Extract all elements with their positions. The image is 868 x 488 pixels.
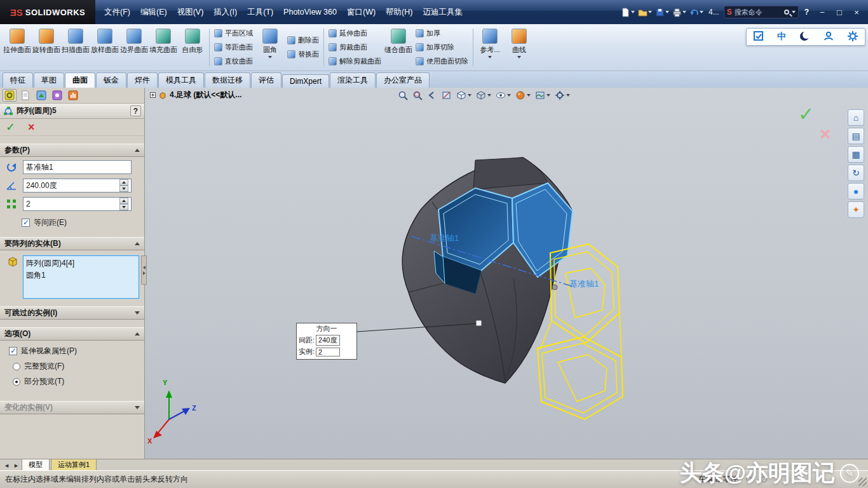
curves-button[interactable]: 曲线 — [505, 26, 534, 69]
design-library-icon[interactable]: ▤ — [848, 128, 864, 144]
knit-surface-button[interactable]: 缝合曲面 — [384, 26, 413, 69]
confirm-accept-button[interactable]: ✓ — [798, 103, 814, 125]
menu-maidi-tools[interactable]: 迈迪工具集 — [417, 4, 468, 20]
reference-geometry-button[interactable]: 参考... — [475, 26, 505, 69]
person-icon[interactable] — [823, 30, 834, 44]
thicken-button[interactable]: 加厚 — [416, 27, 468, 40]
equal-spacing-checkbox[interactable] — [22, 219, 30, 227]
view-orientation-button[interactable] — [456, 90, 471, 100]
open-document-button[interactable] — [637, 5, 653, 19]
feature-tree-overlay[interactable]: 4.足球 (默认<<默认... — [150, 90, 241, 100]
view-settings-button[interactable] — [555, 90, 570, 100]
panel-splitter[interactable] — [141, 255, 147, 285]
graphics-area[interactable]: 4.足球 (默认<<默认... ✓ × ⌂ ▤ ▦ ↻ ● ✦ 基准轴1 基准轴… — [145, 88, 868, 459]
tab-office-products[interactable]: 办公室产品 — [376, 72, 430, 88]
tab-scroll-left-icon[interactable]: ◂ — [3, 460, 11, 470]
search-dropdown-icon[interactable] — [792, 11, 796, 13]
pm-tab-icon-2[interactable] — [18, 89, 32, 102]
search-icon[interactable] — [784, 10, 789, 15]
section-entities-to-pattern[interactable]: 要阵列的实体(B) — [0, 237, 144, 250]
sweep-surface-button[interactable]: 扫描曲面 — [61, 26, 90, 69]
menu-file[interactable]: 文件(F) — [99, 4, 135, 20]
pm-tab-icon-1[interactable] — [3, 89, 17, 102]
gear-icon[interactable] — [847, 30, 858, 44]
resize-grip[interactable] — [858, 478, 867, 486]
tab-data-migration[interactable]: 数据迁移 — [205, 72, 250, 88]
pm-tab-icon-3[interactable] — [34, 89, 48, 102]
motion-study-tab[interactable]: 运动算例1 — [51, 459, 97, 470]
section-instances-to-skip[interactable]: 可跳过的实例(I) — [0, 306, 144, 320]
apply-scene-button[interactable] — [535, 90, 550, 100]
tab-evaluate[interactable]: 评估 — [251, 72, 281, 88]
cut-with-surface-button[interactable]: 使用曲面切除 — [416, 55, 468, 68]
freeform-button[interactable]: 自由形 — [178, 26, 207, 69]
new-document-button[interactable] — [620, 5, 635, 19]
tree-expand-icon[interactable] — [150, 92, 156, 98]
section-parameters[interactable]: 参数(P) — [0, 144, 144, 157]
partial-preview-radio[interactable] — [13, 378, 20, 386]
full-preview-radio[interactable] — [13, 363, 20, 370]
thickened-cut-button[interactable]: 加厚切除 — [416, 41, 468, 54]
count-spinner[interactable] — [119, 198, 128, 210]
extend-surface-button[interactable]: 延伸曲面 — [329, 27, 381, 40]
restore-button[interactable]: □ — [832, 8, 847, 17]
edit-appearance-button[interactable] — [515, 90, 531, 100]
menu-photoview360[interactable]: PhotoView 360 — [278, 5, 342, 19]
angle-spinner[interactable] — [119, 179, 128, 192]
pattern-axis-field[interactable]: 基准轴1 — [23, 160, 132, 174]
custom-properties-icon[interactable]: ✦ — [848, 201, 864, 218]
language-button[interactable]: 中 — [777, 31, 786, 43]
fill-surface-button[interactable]: 填充曲面 — [149, 26, 178, 69]
menu-view[interactable]: 视图(V) — [172, 4, 209, 20]
previous-view-button[interactable] — [427, 90, 437, 100]
moon-icon[interactable] — [799, 30, 810, 44]
menu-edit[interactable]: 编辑(E) — [135, 4, 172, 20]
print-button[interactable] — [672, 5, 687, 19]
cancel-button[interactable]: × — [28, 121, 35, 134]
menu-help[interactable]: 帮助(H) — [381, 4, 417, 20]
undo-button[interactable] — [689, 5, 704, 19]
pm-tab-icon-4[interactable] — [50, 89, 64, 102]
resources-home-icon[interactable]: ⌂ — [848, 109, 864, 126]
model-tab[interactable]: 模型 — [22, 459, 50, 470]
checkbox-tool-icon[interactable] — [753, 30, 764, 44]
file-explorer-icon[interactable]: ▦ — [848, 146, 864, 163]
tab-sheet-metal[interactable]: 钣金 — [96, 72, 126, 88]
command-search[interactable]: S 搜索命令 — [724, 6, 799, 18]
list-item[interactable]: 阵列(圆周)4[4] — [26, 257, 136, 269]
boundary-surface-button[interactable]: 边界曲面 — [119, 26, 149, 69]
untrim-surface-button[interactable]: 解除剪裁曲面 — [329, 55, 381, 68]
loft-surface-button[interactable]: 放样曲面 — [90, 26, 119, 69]
appearances-scenes-icon[interactable]: ● — [848, 183, 864, 200]
accept-button[interactable]: ✓ — [6, 120, 15, 134]
callout-spacing-value[interactable]: 240度 — [316, 335, 340, 346]
tab-surfaces[interactable]: 曲面 — [65, 72, 95, 88]
minimize-button[interactable]: − — [815, 8, 830, 17]
pm-help-button[interactable]: ? — [130, 105, 141, 116]
tab-mold-tools[interactable]: 模具工具 — [158, 72, 204, 88]
trim-surface-button[interactable]: 剪裁曲面 — [329, 41, 381, 54]
propagate-visual-properties-checkbox[interactable] — [9, 347, 17, 355]
offset-surface-button[interactable]: 等距曲面 — [214, 41, 253, 54]
instance-count-field[interactable]: 2 — [23, 197, 132, 211]
save-button[interactable] — [654, 5, 670, 19]
tab-features[interactable]: 特征 — [3, 72, 33, 88]
tab-weldments[interactable]: 焊件 — [127, 72, 158, 88]
view-palette-icon[interactable]: ↻ — [848, 165, 864, 181]
extrude-surface-button[interactable]: 拉伸曲面 — [3, 26, 32, 69]
revolve-surface-button[interactable]: 旋转曲面 — [32, 26, 61, 69]
fillet-button[interactable]: 圆角 — [255, 26, 285, 69]
help-button[interactable]: ? — [801, 8, 813, 17]
list-item[interactable]: 圆角1 — [26, 269, 136, 281]
search-input[interactable]: 搜索命令 — [735, 8, 782, 17]
menu-insert[interactable]: 插入(I) — [208, 4, 242, 20]
angle-field[interactable]: 240.00度 — [23, 179, 132, 193]
ruled-surface-button[interactable]: 直纹曲面 — [214, 55, 253, 68]
menu-window[interactable]: 窗口(W) — [342, 4, 381, 20]
replace-face-button[interactable]: 替换面 — [287, 48, 319, 61]
section-vary-instances[interactable]: 变化的实例(V) — [0, 401, 144, 414]
confirm-cancel-button[interactable]: × — [820, 123, 831, 145]
tab-dimxpert[interactable]: DimXpert — [282, 74, 329, 88]
close-button[interactable]: × — [849, 8, 864, 17]
pm-tab-icon-5[interactable] — [66, 89, 80, 102]
